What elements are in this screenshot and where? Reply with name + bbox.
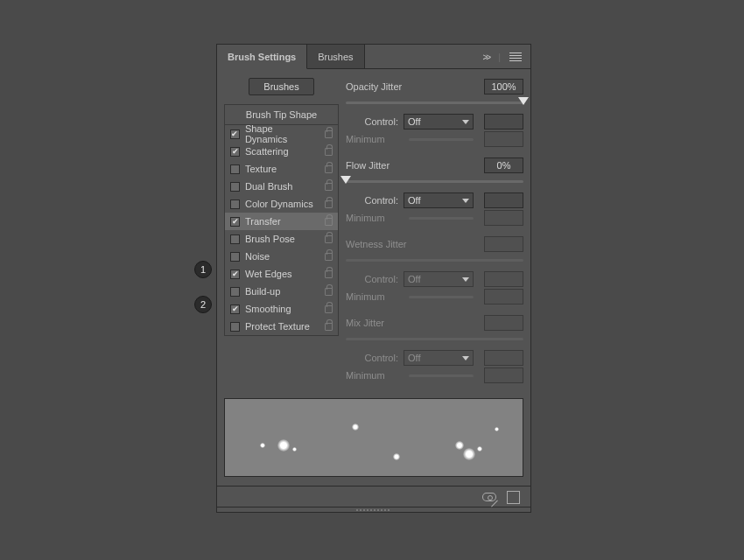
opacity-jitter-slider[interactable] — [346, 97, 523, 108]
attr-checkbox[interactable] — [230, 322, 240, 332]
attr-label: Scattering — [245, 146, 289, 157]
flow-jitter-value[interactable]: 0% — [484, 158, 523, 173]
lock-icon[interactable] — [325, 148, 333, 156]
wetness-control-label: Control: — [346, 274, 398, 284]
lock-icon[interactable] — [325, 270, 333, 278]
callout-1: 1 — [194, 261, 212, 278]
attr-label: Dual Brush — [245, 181, 292, 192]
attr-checkbox[interactable] — [230, 234, 240, 244]
brush-stroke-preview — [224, 398, 523, 477]
attr-label: Noise — [245, 251, 270, 262]
wetness-jitter-slider — [346, 255, 523, 265]
attr-checkbox[interactable] — [230, 287, 240, 297]
new-brush-icon[interactable] — [509, 491, 520, 502]
lock-icon[interactable] — [325, 235, 333, 243]
brush-tip-shape-item[interactable]: Brush Tip Shape — [225, 105, 338, 125]
attr-label: Smoothing — [245, 304, 291, 314]
panel-tabbar: Brush Settings Brushes | — [217, 45, 530, 69]
lock-icon[interactable] — [325, 305, 333, 313]
attr-label: Color Dynamics — [245, 199, 313, 209]
brush-settings-panel: Brush Settings Brushes | Brushes Brush T… — [216, 44, 531, 513]
mix-control-label: Control: — [346, 353, 398, 363]
attr-label: Protect Texture — [245, 321, 310, 332]
attr-checkbox[interactable] — [230, 130, 240, 139]
attr-row-color-dynamics[interactable]: Color Dynamics — [225, 195, 338, 213]
opacity-jitter-label: Opacity Jitter — [346, 81, 402, 92]
attr-row-texture[interactable]: Texture — [225, 160, 338, 178]
wetness-jitter-label: Wetness Jitter — [346, 239, 407, 249]
attr-row-scattering[interactable]: Scattering — [225, 143, 338, 160]
opacity-minimum-value — [484, 131, 523, 147]
mix-minimum-value — [484, 368, 523, 383]
opacity-jitter-value[interactable]: 100% — [484, 79, 523, 94]
flow-control-label: Control: — [346, 195, 398, 206]
tab-brushes[interactable]: Brushes — [307, 45, 364, 68]
attr-checkbox[interactable] — [230, 270, 240, 279]
attr-row-build-up[interactable]: Build-up — [225, 283, 338, 300]
opacity-control-value — [484, 114, 523, 130]
lock-icon[interactable] — [325, 165, 333, 173]
attr-checkbox[interactable] — [230, 252, 240, 262]
lock-icon[interactable] — [325, 200, 333, 208]
attr-checkbox[interactable] — [230, 182, 240, 192]
wetness-jitter-value — [484, 236, 523, 252]
attr-row-transfer[interactable]: Transfer — [225, 213, 338, 230]
attr-row-smoothing[interactable]: Smoothing — [225, 300, 338, 318]
flow-minimum-label: Minimum — [346, 213, 398, 223]
attr-checkbox[interactable] — [230, 217, 240, 227]
transfer-settings-column: Opacity Jitter 100% Control: Off Minimum — [346, 78, 523, 384]
lock-icon[interactable] — [325, 130, 333, 138]
lock-icon[interactable] — [325, 323, 333, 331]
tabbar-controls: | — [482, 45, 530, 68]
attr-label: Brush Pose — [245, 234, 295, 244]
tab-brush-settings[interactable]: Brush Settings — [217, 45, 307, 69]
attr-row-wet-edges[interactable]: Wet Edges — [225, 265, 338, 283]
attr-checkbox[interactable] — [230, 304, 240, 314]
brush-attributes-list: Brush Tip Shape Shape DynamicsScattering… — [224, 104, 339, 336]
flow-control-select[interactable]: Off — [404, 192, 474, 208]
toggle-preview-icon[interactable] — [482, 493, 496, 501]
attr-checkbox[interactable] — [230, 147, 240, 157]
wetness-minimum-value — [484, 289, 523, 304]
attr-label: Wet Edges — [245, 269, 292, 279]
mix-control-select: Off — [404, 350, 474, 366]
attr-checkbox[interactable] — [230, 164, 240, 174]
attr-row-shape-dynamics[interactable]: Shape Dynamics — [225, 125, 338, 143]
panel-menu-icon[interactable] — [509, 52, 522, 61]
mix-jitter-value — [484, 315, 523, 331]
lock-icon[interactable] — [325, 288, 333, 296]
attr-row-dual-brush[interactable]: Dual Brush — [225, 178, 338, 195]
attr-row-protect-texture[interactable]: Protect Texture — [225, 318, 338, 335]
mix-jitter-slider — [346, 333, 523, 344]
opacity-control-select[interactable]: Off — [404, 114, 474, 130]
mix-control-value — [484, 350, 523, 366]
mix-minimum-label: Minimum — [346, 370, 398, 381]
wetness-minimum-label: Minimum — [346, 291, 398, 302]
callout-2: 2 — [194, 296, 212, 313]
attr-row-brush-pose[interactable]: Brush Pose — [225, 230, 338, 248]
attr-label: Texture — [245, 164, 277, 174]
flow-jitter-label: Flow Jitter — [346, 160, 390, 171]
collapse-panel-icon[interactable] — [482, 52, 489, 62]
panel-resize-handle[interactable] — [217, 507, 530, 512]
brushes-button[interactable]: Brushes — [249, 78, 313, 95]
wetness-control-value — [484, 271, 523, 287]
lock-icon[interactable] — [325, 183, 333, 191]
flow-control-value — [484, 192, 523, 208]
opacity-minimum-label: Minimum — [346, 134, 398, 144]
panel-body: Brushes Brush Tip Shape Shape DynamicsSc… — [217, 69, 530, 393]
panel-footer — [217, 486, 530, 507]
wetness-control-select: Off — [404, 271, 474, 287]
brush-attributes-column: Brushes Brush Tip Shape Shape DynamicsSc… — [224, 78, 339, 384]
lock-icon[interactable] — [325, 218, 333, 226]
attr-label: Transfer — [245, 216, 281, 227]
opacity-control-label: Control: — [346, 116, 398, 127]
mix-jitter-label: Mix Jitter — [346, 318, 384, 328]
attr-row-noise[interactable]: Noise — [225, 248, 338, 265]
lock-icon[interactable] — [325, 253, 333, 261]
flow-jitter-slider[interactable] — [346, 176, 523, 186]
flow-minimum-value — [484, 210, 523, 226]
attr-label: Build-up — [245, 286, 280, 297]
attr-label: Shape Dynamics — [245, 123, 317, 144]
attr-checkbox[interactable] — [230, 200, 240, 209]
